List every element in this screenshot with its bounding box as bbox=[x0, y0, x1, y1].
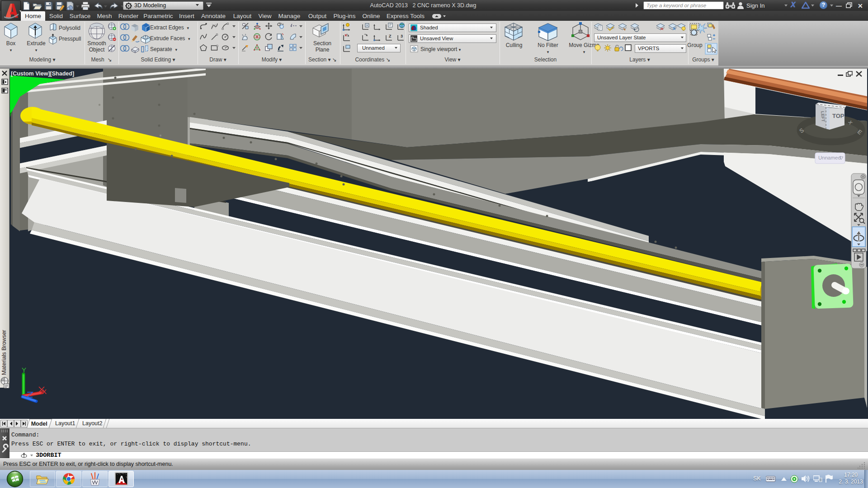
svg-text:3: 3 bbox=[401, 34, 403, 38]
svg-text:[Custom View][Shaded]: [Custom View][Shaded] bbox=[11, 70, 74, 77]
svg-text:Y: Y bbox=[22, 366, 26, 374]
svg-text:LEFT: LEFT bbox=[820, 111, 826, 122]
svg-text:TOP: TOP bbox=[832, 113, 844, 119]
svg-text:Unnamed: Unnamed bbox=[818, 155, 841, 160]
svg-text:Z: Z bbox=[389, 34, 392, 38]
